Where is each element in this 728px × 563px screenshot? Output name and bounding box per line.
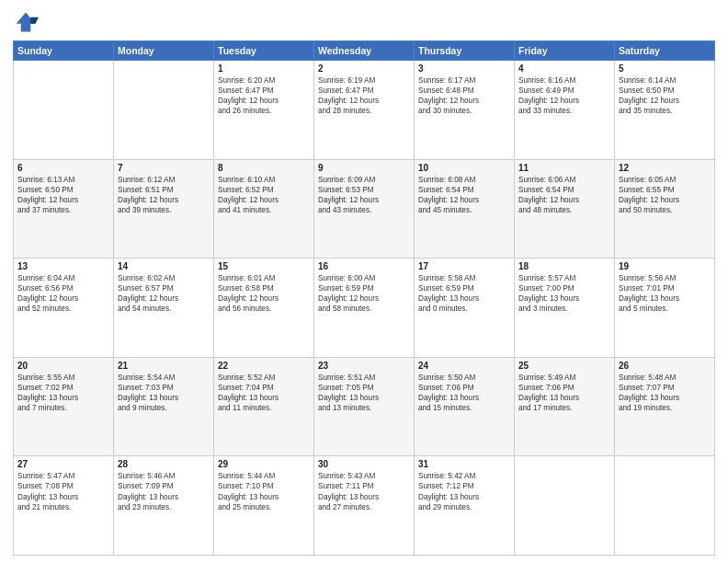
weekday-header-saturday: Saturday — [615, 41, 715, 61]
calendar-cell: 5Sunrise: 6:14 AM Sunset: 6:50 PM Daylig… — [615, 61, 715, 160]
day-number: 24 — [418, 361, 510, 371]
day-detail: Sunrise: 6:13 AM Sunset: 6:50 PM Dayligh… — [17, 175, 109, 215]
calendar-cell: 11Sunrise: 6:06 AM Sunset: 6:54 PM Dayli… — [515, 159, 615, 259]
calendar-week-row: 1Sunrise: 6:20 AM Sunset: 6:47 PM Daylig… — [14, 61, 715, 160]
day-detail: Sunrise: 5:51 AM Sunset: 7:05 PM Dayligh… — [318, 373, 410, 413]
weekday-header-tuesday: Tuesday — [214, 41, 314, 61]
day-number: 2 — [318, 63, 410, 74]
calendar-cell — [14, 61, 114, 160]
calendar-cell — [515, 456, 615, 556]
calendar-header: SundayMondayTuesdayWednesdayThursdayFrid… — [14, 41, 715, 61]
day-detail: Sunrise: 6:12 AM Sunset: 6:51 PM Dayligh… — [118, 175, 210, 215]
day-detail: Sunrise: 5:43 AM Sunset: 7:11 PM Dayligh… — [318, 471, 410, 511]
calendar-cell: 13Sunrise: 6:04 AM Sunset: 6:56 PM Dayli… — [14, 259, 114, 358]
calendar-cell: 24Sunrise: 5:50 AM Sunset: 7:06 PM Dayli… — [415, 357, 515, 456]
day-number: 15 — [218, 261, 310, 271]
day-detail: Sunrise: 5:58 AM Sunset: 6:59 PM Dayligh… — [418, 273, 510, 314]
day-number: 11 — [518, 163, 610, 173]
day-number: 29 — [218, 459, 310, 469]
day-detail: Sunrise: 6:20 AM Sunset: 6:47 PM Dayligh… — [218, 75, 310, 116]
day-number: 17 — [418, 261, 510, 271]
calendar-week-row: 27Sunrise: 5:47 AM Sunset: 7:08 PM Dayli… — [14, 456, 715, 556]
day-number: 31 — [418, 459, 510, 469]
calendar-cell: 28Sunrise: 5:46 AM Sunset: 7:09 PM Dayli… — [114, 456, 214, 556]
svg-marker-1 — [30, 17, 39, 24]
day-number: 19 — [619, 261, 711, 271]
calendar-cell: 30Sunrise: 5:43 AM Sunset: 7:11 PM Dayli… — [314, 456, 415, 556]
day-detail: Sunrise: 5:52 AM Sunset: 7:04 PM Dayligh… — [218, 373, 310, 413]
calendar-cell: 14Sunrise: 6:02 AM Sunset: 6:57 PM Dayli… — [114, 259, 214, 358]
calendar-cell: 16Sunrise: 6:00 AM Sunset: 6:59 PM Dayli… — [314, 259, 415, 358]
calendar-cell: 8Sunrise: 6:10 AM Sunset: 6:52 PM Daylig… — [214, 159, 314, 259]
day-detail: Sunrise: 6:14 AM Sunset: 6:50 PM Dayligh… — [619, 75, 711, 116]
calendar-cell: 22Sunrise: 5:52 AM Sunset: 7:04 PM Dayli… — [214, 357, 314, 456]
weekday-header-friday: Friday — [515, 41, 615, 61]
day-number: 18 — [518, 261, 610, 271]
day-number: 12 — [619, 163, 711, 173]
calendar-cell: 12Sunrise: 6:05 AM Sunset: 6:55 PM Dayli… — [615, 159, 715, 259]
day-detail: Sunrise: 5:44 AM Sunset: 7:10 PM Dayligh… — [218, 471, 310, 511]
calendar-cell: 29Sunrise: 5:44 AM Sunset: 7:10 PM Dayli… — [214, 456, 314, 556]
page: SundayMondayTuesdayWednesdayThursdayFrid… — [0, 0, 728, 563]
day-number: 16 — [318, 261, 410, 271]
day-number: 7 — [118, 163, 210, 173]
calendar-cell: 19Sunrise: 5:56 AM Sunset: 7:01 PM Dayli… — [615, 259, 715, 358]
calendar: SundayMondayTuesdayWednesdayThursdayFrid… — [13, 40, 715, 556]
calendar-cell: 1Sunrise: 6:20 AM Sunset: 6:47 PM Daylig… — [214, 61, 314, 160]
calendar-cell: 4Sunrise: 6:16 AM Sunset: 6:49 PM Daylig… — [515, 61, 615, 160]
day-detail: Sunrise: 5:50 AM Sunset: 7:06 PM Dayligh… — [418, 373, 510, 413]
day-number: 1 — [218, 63, 310, 74]
calendar-cell: 15Sunrise: 6:01 AM Sunset: 6:58 PM Dayli… — [214, 259, 314, 358]
day-detail: Sunrise: 6:19 AM Sunset: 6:47 PM Dayligh… — [318, 75, 410, 116]
day-number: 6 — [17, 163, 109, 173]
day-number: 9 — [318, 163, 410, 173]
day-number: 10 — [418, 163, 510, 173]
day-number: 26 — [619, 361, 711, 371]
day-number: 5 — [619, 63, 711, 74]
day-number: 27 — [17, 459, 109, 469]
day-detail: Sunrise: 5:42 AM Sunset: 7:12 PM Dayligh… — [418, 471, 510, 511]
day-detail: Sunrise: 5:57 AM Sunset: 7:00 PM Dayligh… — [518, 273, 610, 314]
day-detail: Sunrise: 6:05 AM Sunset: 6:55 PM Dayligh… — [619, 175, 711, 215]
day-detail: Sunrise: 6:17 AM Sunset: 6:48 PM Dayligh… — [418, 75, 510, 116]
day-detail: Sunrise: 6:08 AM Sunset: 6:54 PM Dayligh… — [418, 175, 510, 215]
calendar-cell: 6Sunrise: 6:13 AM Sunset: 6:50 PM Daylig… — [14, 159, 114, 259]
day-detail: Sunrise: 6:10 AM Sunset: 6:52 PM Dayligh… — [218, 175, 310, 215]
day-detail: Sunrise: 5:47 AM Sunset: 7:08 PM Dayligh… — [17, 471, 109, 511]
calendar-cell: 18Sunrise: 5:57 AM Sunset: 7:00 PM Dayli… — [515, 259, 615, 358]
calendar-body: 1Sunrise: 6:20 AM Sunset: 6:47 PM Daylig… — [14, 61, 715, 556]
logo — [13, 9, 42, 35]
day-detail: Sunrise: 5:55 AM Sunset: 7:02 PM Dayligh… — [17, 373, 109, 413]
day-number: 8 — [218, 163, 310, 173]
day-detail: Sunrise: 5:56 AM Sunset: 7:01 PM Dayligh… — [619, 273, 711, 314]
day-detail: Sunrise: 6:04 AM Sunset: 6:56 PM Dayligh… — [17, 273, 109, 314]
weekday-header-row: SundayMondayTuesdayWednesdayThursdayFrid… — [14, 41, 715, 61]
header — [13, 9, 715, 35]
weekday-header-wednesday: Wednesday — [314, 41, 415, 61]
day-number: 28 — [118, 459, 210, 469]
weekday-header-thursday: Thursday — [415, 41, 515, 61]
calendar-cell: 31Sunrise: 5:42 AM Sunset: 7:12 PM Dayli… — [415, 456, 515, 556]
calendar-cell: 27Sunrise: 5:47 AM Sunset: 7:08 PM Dayli… — [14, 456, 114, 556]
day-detail: Sunrise: 5:54 AM Sunset: 7:03 PM Dayligh… — [118, 373, 210, 413]
day-detail: Sunrise: 6:09 AM Sunset: 6:53 PM Dayligh… — [318, 175, 410, 215]
calendar-cell: 9Sunrise: 6:09 AM Sunset: 6:53 PM Daylig… — [314, 159, 415, 259]
day-detail: Sunrise: 5:48 AM Sunset: 7:07 PM Dayligh… — [619, 373, 711, 413]
calendar-cell: 20Sunrise: 5:55 AM Sunset: 7:02 PM Dayli… — [14, 357, 114, 456]
calendar-cell: 7Sunrise: 6:12 AM Sunset: 6:51 PM Daylig… — [114, 159, 214, 259]
day-detail: Sunrise: 6:16 AM Sunset: 6:49 PM Dayligh… — [518, 75, 610, 116]
day-detail: Sunrise: 6:02 AM Sunset: 6:57 PM Dayligh… — [118, 273, 210, 314]
calendar-cell: 10Sunrise: 6:08 AM Sunset: 6:54 PM Dayli… — [415, 159, 515, 259]
day-number: 23 — [318, 361, 410, 371]
day-detail: Sunrise: 5:49 AM Sunset: 7:06 PM Dayligh… — [518, 373, 610, 413]
calendar-cell: 21Sunrise: 5:54 AM Sunset: 7:03 PM Dayli… — [114, 357, 214, 456]
logo-icon — [13, 9, 39, 35]
calendar-week-row: 20Sunrise: 5:55 AM Sunset: 7:02 PM Dayli… — [14, 357, 715, 456]
calendar-cell — [615, 456, 715, 556]
day-number: 13 — [17, 261, 109, 271]
calendar-cell: 2Sunrise: 6:19 AM Sunset: 6:47 PM Daylig… — [314, 61, 415, 160]
calendar-week-row: 6Sunrise: 6:13 AM Sunset: 6:50 PM Daylig… — [14, 159, 715, 259]
calendar-cell: 17Sunrise: 5:58 AM Sunset: 6:59 PM Dayli… — [415, 259, 515, 358]
calendar-cell: 26Sunrise: 5:48 AM Sunset: 7:07 PM Dayli… — [615, 357, 715, 456]
day-detail: Sunrise: 5:46 AM Sunset: 7:09 PM Dayligh… — [118, 471, 210, 511]
